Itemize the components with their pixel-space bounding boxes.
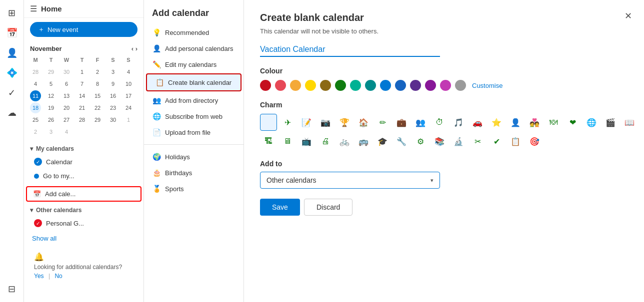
charm-gear2[interactable]: ⚙ bbox=[412, 133, 429, 150]
charm-dining[interactable]: 🍽 bbox=[545, 114, 562, 131]
charm-monitor[interactable]: 🖥 bbox=[279, 133, 296, 150]
mini-cal-day[interactable]: 17 bbox=[123, 90, 134, 101]
color-swatch-dark-teal[interactable] bbox=[365, 80, 376, 91]
charm-person[interactable]: 👤 bbox=[507, 114, 524, 131]
charm-scissors[interactable]: ✂ bbox=[469, 133, 486, 150]
charm-check[interactable]: ✔ bbox=[488, 133, 505, 150]
mini-cal-today[interactable]: 11 bbox=[30, 90, 41, 101]
customise-link[interactable]: Customise bbox=[472, 82, 502, 89]
charm-books[interactable]: 📚 bbox=[431, 133, 448, 150]
add-cal-personal[interactable]: 👤 Add personal calendars bbox=[144, 40, 244, 56]
charm-printer[interactable]: 🖨 bbox=[317, 133, 334, 150]
show-all-link[interactable]: Show all bbox=[24, 233, 144, 244]
mini-cal-day[interactable]: 22 bbox=[92, 102, 103, 113]
mini-cal-day[interactable]: 29 bbox=[92, 114, 103, 125]
color-swatch-pink[interactable] bbox=[440, 80, 451, 91]
charm-heart[interactable]: ❤ bbox=[564, 114, 581, 131]
color-swatch-brown[interactable] bbox=[320, 80, 331, 91]
mini-cal-day[interactable]: 20 bbox=[61, 102, 72, 113]
sidebar-item-go-to-my[interactable]: Go to my... bbox=[26, 169, 142, 183]
charm-blank[interactable] bbox=[260, 114, 277, 131]
charm-science[interactable]: 🔬 bbox=[450, 133, 467, 150]
sidebar-item-personal[interactable]: ✓ Personal G... bbox=[26, 216, 142, 230]
new-event-button[interactable]: ＋ New event bbox=[30, 22, 138, 37]
charm-book[interactable]: 📖 bbox=[621, 114, 638, 131]
my-calendars-header[interactable]: ▾ My calendars bbox=[24, 143, 144, 154]
save-button[interactable]: Save bbox=[260, 199, 300, 216]
cloud-icon[interactable]: ☁ bbox=[3, 104, 21, 122]
charm-target[interactable]: 🎯 bbox=[526, 133, 543, 150]
next-month-icon[interactable]: › bbox=[136, 45, 138, 52]
charm-airplane[interactable]: ✈ bbox=[279, 114, 296, 131]
sidebar-item-calendar[interactable]: ✓ Calendar bbox=[26, 155, 142, 169]
add-cal-sports[interactable]: 🏅 Sports bbox=[144, 181, 244, 197]
teams-icon[interactable]: 💠 bbox=[3, 64, 21, 82]
prev-month-icon[interactable]: ‹ bbox=[132, 45, 134, 52]
mini-cal-day[interactable]: 3 bbox=[108, 66, 118, 77]
charm-camera[interactable]: 📷 bbox=[317, 114, 334, 131]
color-swatch-blue[interactable] bbox=[380, 80, 391, 91]
mini-cal-day[interactable]: 14 bbox=[76, 90, 88, 101]
calendar-name-input[interactable] bbox=[260, 43, 440, 57]
mini-cal-day[interactable]: 4 bbox=[61, 126, 72, 137]
charm-tv[interactable]: 📺 bbox=[298, 133, 315, 150]
mini-cal-day[interactable]: 6 bbox=[61, 78, 72, 89]
mini-cal-day[interactable]: 2 bbox=[30, 126, 41, 137]
mini-cal-day[interactable]: 28 bbox=[76, 114, 88, 125]
mini-cal-day[interactable]: 12 bbox=[46, 90, 56, 101]
charm-people[interactable]: 👥 bbox=[412, 114, 429, 131]
mini-cal-day[interactable]: 19 bbox=[46, 102, 56, 113]
mini-cal-day[interactable]: 24 bbox=[123, 102, 134, 113]
charm-graduation[interactable]: 🎓 bbox=[374, 133, 391, 150]
mini-cal-day[interactable]: 28 bbox=[30, 66, 41, 77]
discard-button[interactable]: Discard bbox=[304, 199, 352, 216]
color-swatch-dark-red[interactable] bbox=[260, 80, 271, 91]
mini-cal-day[interactable]: 16 bbox=[108, 90, 118, 101]
mini-cal-day[interactable]: 7 bbox=[76, 78, 88, 89]
charm-globe[interactable]: 🌐 bbox=[583, 114, 600, 131]
mini-cal-day[interactable]: 30 bbox=[61, 66, 72, 77]
close-button[interactable]: ✕ bbox=[620, 8, 636, 24]
charm-building[interactable]: 🏗 bbox=[260, 133, 277, 150]
other-calendars-header[interactable]: ▾ Other calendars bbox=[24, 205, 144, 216]
mini-cal-day[interactable]: 27 bbox=[61, 114, 72, 125]
color-swatch-yellow[interactable] bbox=[305, 80, 316, 91]
color-swatch-gray[interactable] bbox=[455, 80, 466, 91]
charm-couple[interactable]: 💑 bbox=[526, 114, 543, 131]
color-swatch-dark-purple[interactable] bbox=[425, 80, 436, 91]
add-cal-birthdays[interactable]: 🎂 Birthdays bbox=[144, 165, 244, 181]
charm-film[interactable]: 🎬 bbox=[602, 114, 619, 131]
charm-home[interactable]: 🏠 bbox=[355, 114, 372, 131]
mini-cal-day[interactable]: 21 bbox=[76, 102, 88, 113]
charm-clipboard[interactable]: 📋 bbox=[507, 133, 524, 150]
add-cal-edit[interactable]: ✏️ Edit my calendars bbox=[144, 56, 244, 72]
color-swatch-red[interactable] bbox=[275, 80, 286, 91]
add-calendar-nav-button[interactable]: 📅 Add cale... bbox=[26, 186, 142, 202]
mini-cal-day[interactable]: 5 bbox=[46, 78, 56, 89]
charm-briefcase[interactable]: 💼 bbox=[393, 114, 410, 131]
add-cal-upload[interactable]: 📄 Upload from file bbox=[144, 124, 244, 140]
mini-cal-day[interactable]: 1 bbox=[123, 114, 134, 125]
mini-cal-day[interactable]: 3 bbox=[46, 126, 56, 137]
mini-cal-day[interactable]: 9 bbox=[108, 78, 118, 89]
add-cal-holidays[interactable]: 🌍 Holidays bbox=[144, 149, 244, 165]
mini-cal-day[interactable]: 25 bbox=[30, 114, 41, 125]
add-cal-directory[interactable]: 👥 Add from directory bbox=[144, 92, 244, 108]
tasks-icon[interactable]: ✓ bbox=[3, 84, 21, 102]
charm-notes[interactable]: 📝 bbox=[298, 114, 315, 131]
charm-star[interactable]: ⭐ bbox=[488, 114, 505, 131]
color-swatch-teal[interactable] bbox=[350, 80, 361, 91]
mini-cal-day[interactable]: 2 bbox=[92, 66, 103, 77]
add-cal-recommended[interactable]: 💡 Recommended bbox=[144, 24, 244, 40]
no-link[interactable]: No bbox=[54, 273, 62, 280]
hamburger-icon[interactable]: ☰ bbox=[30, 4, 37, 13]
add-cal-create-blank[interactable]: 📋 Create blank calendar bbox=[146, 73, 242, 91]
charm-bus[interactable]: 🚌 bbox=[355, 133, 372, 150]
grid-icon[interactable]: ⊟ bbox=[3, 280, 21, 298]
mini-cal-day[interactable]: 26 bbox=[46, 114, 56, 125]
yes-link[interactable]: Yes bbox=[34, 273, 44, 280]
mini-cal-day[interactable]: 4 bbox=[30, 78, 41, 89]
calendar-icon[interactable]: 📅 bbox=[3, 24, 21, 42]
mini-cal-day[interactable]: 23 bbox=[108, 102, 118, 113]
people-icon[interactable]: 👤 bbox=[3, 44, 21, 62]
